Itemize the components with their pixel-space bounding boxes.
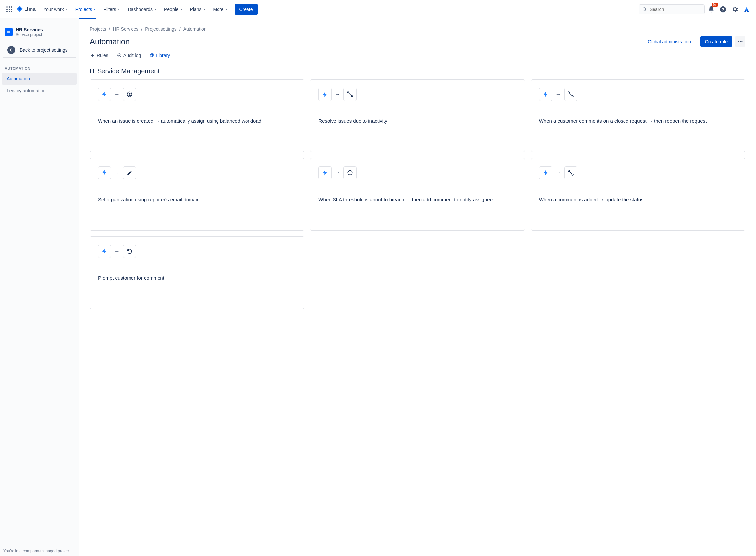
nav-plans[interactable]: Plans▾ <box>187 4 209 14</box>
logo-text: Jira <box>25 6 36 12</box>
svg-point-16 <box>742 41 743 42</box>
svg-point-26 <box>568 170 569 172</box>
template-card-text: When SLA threshold is about to breach → … <box>310 189 524 211</box>
crumb-project-settings[interactable]: Project settings <box>145 26 177 32</box>
svg-point-1 <box>8 6 10 8</box>
chevron-down-icon: ▾ <box>155 7 156 11</box>
tabs: Rules Audit log Library <box>90 50 746 61</box>
nav-your-work[interactable]: Your work▾ <box>40 4 71 14</box>
crumb-projects[interactable]: Projects <box>90 26 107 32</box>
arrow-right-icon: → <box>556 91 561 97</box>
nav-filters[interactable]: Filters▾ <box>100 4 123 14</box>
svg-point-17 <box>118 54 121 57</box>
chevron-down-icon: ▾ <box>118 7 120 11</box>
nav-more[interactable]: More▾ <box>210 4 231 14</box>
copy-icon <box>150 53 154 58</box>
template-card-text: Prompt customer for comment <box>90 268 304 289</box>
svg-text:?: ? <box>722 7 724 11</box>
arrow-right-icon: → <box>556 170 561 176</box>
template-card[interactable]: →Set organization using reporter's email… <box>90 158 304 231</box>
svg-point-8 <box>11 11 12 12</box>
svg-point-6 <box>6 11 8 12</box>
template-card[interactable]: →When an issue is created → automaticall… <box>90 79 304 152</box>
sidebar-item-automation[interactable]: Automation <box>2 73 77 85</box>
crumb-automation[interactable]: Automation <box>183 26 206 32</box>
chevron-down-icon: ▾ <box>181 7 182 11</box>
atlassian-icon[interactable] <box>742 4 752 14</box>
svg-point-14 <box>738 41 739 42</box>
arrow-right-icon: → <box>114 170 120 176</box>
notification-badge: 9+ <box>712 3 718 7</box>
template-card-text: When an issue is created → automatically… <box>90 111 304 133</box>
nav-items: Your work▾ Projects▾ Filters▾ Dashboards… <box>40 4 231 14</box>
project-header[interactable]: HR Services Service project <box>0 25 79 39</box>
svg-point-5 <box>11 8 12 10</box>
notifications-icon[interactable]: 9+ <box>706 4 716 14</box>
svg-point-7 <box>8 11 10 12</box>
bolt-icon <box>90 53 95 58</box>
chevron-down-icon: ▾ <box>94 7 96 11</box>
template-card-text: Set organization using reporter's email … <box>90 189 304 211</box>
svg-point-3 <box>6 8 8 10</box>
help-icon[interactable]: ? <box>718 4 728 14</box>
tab-rules[interactable]: Rules <box>90 50 109 61</box>
tab-audit-log[interactable]: Audit log <box>116 50 142 61</box>
nav-people[interactable]: People▾ <box>161 4 186 14</box>
svg-rect-19 <box>150 55 153 57</box>
check-circle-icon <box>117 53 122 58</box>
create-button[interactable]: Create <box>235 4 258 14</box>
search-box[interactable] <box>639 4 705 14</box>
arrow-right-icon: → <box>114 248 120 254</box>
action-assignee-icon <box>123 88 136 101</box>
template-card[interactable]: →Resolve issues due to inactivity <box>310 79 525 152</box>
nav-projects[interactable]: Projects▾ <box>72 4 99 14</box>
more-actions-icon[interactable] <box>735 36 746 47</box>
breadcrumb: Projects / HR Services / Project setting… <box>90 26 746 32</box>
settings-icon[interactable] <box>730 4 740 14</box>
create-rule-button[interactable]: Create rule <box>700 36 732 47</box>
svg-point-0 <box>6 6 8 8</box>
tab-library[interactable]: Library <box>149 50 171 61</box>
project-name: HR Services <box>16 27 43 32</box>
template-card[interactable]: →When SLA threshold is about to breach →… <box>310 158 525 231</box>
search-icon <box>642 7 647 12</box>
jira-logo[interactable]: Jira <box>16 5 36 13</box>
action-refresh-icon <box>343 166 356 179</box>
trigger-bolt-icon <box>98 88 111 101</box>
template-card-text: When a comment is added → update the sta… <box>531 189 745 211</box>
svg-point-24 <box>568 92 569 93</box>
project-type: Service project <box>16 32 43 37</box>
svg-point-4 <box>8 8 10 10</box>
trigger-bolt-icon <box>98 245 111 258</box>
section-title: IT Service Management <box>90 67 746 75</box>
action-refresh-icon <box>123 245 136 258</box>
template-card[interactable]: →When a comment is added → update the st… <box>531 158 746 231</box>
svg-line-10 <box>645 9 647 11</box>
search-input[interactable] <box>649 7 701 12</box>
sidebar-item-legacy-automation[interactable]: Legacy automation <box>2 85 77 97</box>
sidebar: HR Services Service project Back to proj… <box>0 19 79 556</box>
global-administration-link[interactable]: Global administration <box>648 39 691 44</box>
chevron-down-icon: ▾ <box>66 7 68 11</box>
trigger-bolt-icon <box>539 166 552 179</box>
arrow-right-icon: → <box>335 170 340 176</box>
arrow-right-icon: → <box>335 91 340 97</box>
template-card[interactable]: →When a customer comments on a closed re… <box>531 79 746 152</box>
top-nav: Jira Your work▾ Projects▾ Filters▾ Dashb… <box>0 0 756 19</box>
template-card[interactable]: →Prompt customer for comment <box>90 237 304 309</box>
action-transition-icon <box>343 88 356 101</box>
nav-dashboards[interactable]: Dashboards▾ <box>124 4 159 14</box>
svg-point-9 <box>643 7 646 10</box>
svg-point-2 <box>11 6 12 8</box>
svg-point-21 <box>129 93 130 95</box>
crumb-hr-services[interactable]: HR Services <box>113 26 139 32</box>
svg-point-22 <box>347 92 349 93</box>
trigger-bolt-icon <box>98 166 111 179</box>
action-transition-icon <box>564 88 577 101</box>
template-grid: →When an issue is created → automaticall… <box>90 79 746 309</box>
app-switcher-icon[interactable] <box>4 4 14 14</box>
back-to-settings[interactable]: Back to project settings <box>3 43 76 58</box>
arrow-right-icon: → <box>114 91 120 97</box>
action-transition-icon <box>564 166 577 179</box>
main-content: Projects / HR Services / Project setting… <box>79 19 756 556</box>
